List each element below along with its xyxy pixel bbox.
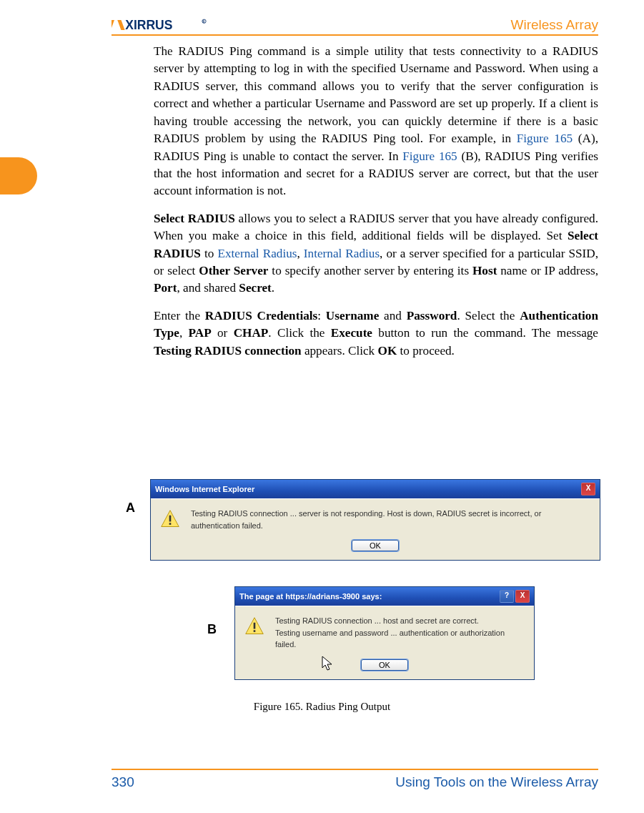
term: Execute xyxy=(331,326,372,340)
body-text: The RADIUS Ping command is a simple util… xyxy=(154,43,598,370)
text: and xyxy=(379,309,406,322)
term: PAP xyxy=(189,326,212,340)
term: Testing RADIUS connection xyxy=(154,344,302,358)
link-external-radius[interactable]: External Radius xyxy=(217,247,297,260)
term: RADIUS Credentials xyxy=(205,309,317,322)
dialog-b-line2: Testing username and password ... authen… xyxy=(275,627,522,651)
svg-text:XIRRUS: XIRRUS xyxy=(125,18,172,32)
side-tab-decoration xyxy=(0,157,37,194)
link-internal-radius[interactable]: Internal Radius xyxy=(304,247,380,260)
svg-rect-0 xyxy=(112,20,114,30)
warning-icon xyxy=(244,616,265,636)
dialog-a-titlebar: Windows Internet Explorer X xyxy=(151,480,600,498)
text: , and shared xyxy=(177,281,239,295)
dialog-b: The page at https://adrians-3900 says: ?… xyxy=(234,586,535,680)
dialog-a-title: Windows Internet Explorer xyxy=(155,485,254,493)
term: Other Server xyxy=(199,264,268,277)
text: appears. Click xyxy=(302,344,378,358)
brand-logo: XIRRUS R xyxy=(112,17,212,33)
text: . Click the xyxy=(268,326,330,340)
svg-rect-7 xyxy=(169,523,172,525)
paragraph-2: Select RADIUS allows you to select a RAD… xyxy=(154,210,598,297)
text: , xyxy=(179,326,189,340)
figure-label-b: B xyxy=(207,622,217,637)
term: Secret xyxy=(239,281,272,295)
help-icon[interactable]: ? xyxy=(500,590,514,603)
term: Username xyxy=(326,309,379,322)
text: : xyxy=(317,309,326,322)
text: button to run the command. The message xyxy=(372,326,598,340)
text: . xyxy=(272,281,274,295)
svg-rect-9 xyxy=(254,623,256,629)
paragraph-3: Enter the RADIUS Credentials: Username a… xyxy=(154,307,598,360)
warning-icon xyxy=(159,509,181,529)
text: to xyxy=(201,247,218,260)
section-title: Using Tools on the Wireless Array xyxy=(395,774,598,790)
text: or xyxy=(212,326,234,340)
text: to proceed. xyxy=(397,344,455,358)
dialog-b-line1: Testing RADIUS connection ... host and s… xyxy=(275,615,522,627)
text: Enter the xyxy=(154,309,205,322)
svg-rect-1 xyxy=(117,20,124,30)
ok-button[interactable]: OK xyxy=(361,659,408,671)
header-bar: XIRRUS R Wireless Array xyxy=(112,13,598,36)
text: , xyxy=(297,247,303,260)
dialog-a: Windows Internet Explorer X Testing RADI… xyxy=(150,479,600,561)
term: CHAP xyxy=(234,326,269,340)
text: to specify another server by entering it… xyxy=(268,264,472,277)
text: The RADIUS Ping command is a simple util… xyxy=(154,44,598,145)
ok-button[interactable]: OK xyxy=(352,540,399,551)
term: Host xyxy=(472,264,497,277)
dialog-b-title: The page at https://adrians-3900 says: xyxy=(239,592,382,601)
term: Port xyxy=(154,281,177,295)
header-title: Wireless Array xyxy=(511,17,598,33)
svg-rect-6 xyxy=(169,516,172,522)
figure-label-a: A xyxy=(126,501,135,516)
term: Password xyxy=(407,309,457,322)
figure-link[interactable]: Figure 165 xyxy=(402,149,457,163)
svg-rect-10 xyxy=(254,630,256,632)
text: name or IP address, xyxy=(497,264,598,277)
footer-bar: 330 Using Tools on the Wireless Array xyxy=(112,769,598,790)
figure-link[interactable]: Figure 165 xyxy=(517,132,573,145)
close-icon[interactable]: X xyxy=(581,483,595,496)
term: Select RADIUS xyxy=(154,212,235,225)
dialog-a-message: Testing RADIUS connection ... server is … xyxy=(191,508,588,531)
close-icon[interactable]: X xyxy=(515,590,530,603)
text: . Select the xyxy=(457,309,520,322)
paragraph-1: The RADIUS Ping command is a simple util… xyxy=(154,43,598,200)
cursor-icon xyxy=(321,655,335,672)
dialog-b-titlebar: The page at https://adrians-3900 says: ?… xyxy=(235,587,534,606)
figure-caption: Figure 165. Radius Ping Output xyxy=(0,701,644,713)
svg-text:R: R xyxy=(202,19,205,24)
page-number: 330 xyxy=(112,774,134,790)
term: OK xyxy=(378,344,397,358)
